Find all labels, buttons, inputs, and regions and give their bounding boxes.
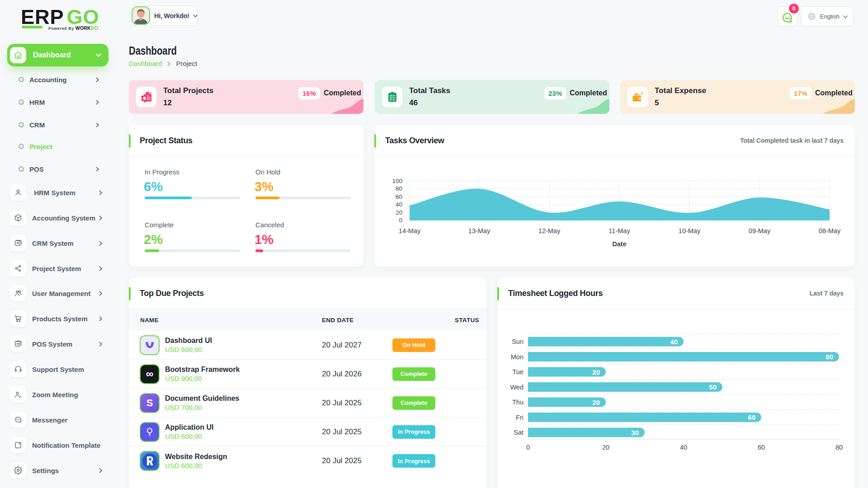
svg-text:12-May: 12-May xyxy=(538,227,561,235)
svg-text:20: 20 xyxy=(396,209,402,216)
svg-text:20: 20 xyxy=(592,368,600,376)
svg-text:80: 80 xyxy=(826,353,833,361)
svg-text:40: 40 xyxy=(670,338,678,346)
svg-text:0: 0 xyxy=(399,217,402,224)
svg-text:10-May: 10-May xyxy=(679,227,701,235)
svg-text:Sun: Sun xyxy=(512,338,524,345)
svg-text:Sat: Sat xyxy=(514,429,524,436)
svg-text:Tue: Tue xyxy=(513,368,524,375)
svg-text:20: 20 xyxy=(592,399,600,406)
svg-text:60: 60 xyxy=(758,444,765,451)
svg-text:08-May: 08-May xyxy=(819,227,841,235)
svg-text:11-May: 11-May xyxy=(609,227,630,235)
svg-text:Thu: Thu xyxy=(512,399,524,406)
svg-text:60: 60 xyxy=(396,193,402,200)
svg-text:13-May: 13-May xyxy=(468,227,491,235)
svg-text:14-May: 14-May xyxy=(399,227,421,235)
svg-text:80: 80 xyxy=(835,444,843,451)
svg-text:80: 80 xyxy=(396,185,402,192)
svg-text:100: 100 xyxy=(392,178,402,184)
svg-text:40: 40 xyxy=(680,444,687,451)
svg-text:30: 30 xyxy=(631,429,639,436)
svg-text:09-May: 09-May xyxy=(749,227,771,235)
svg-text:Mon: Mon xyxy=(511,353,524,361)
svg-text:60: 60 xyxy=(748,413,755,421)
svg-text:0: 0 xyxy=(526,444,530,451)
svg-text:Wed: Wed xyxy=(510,384,524,391)
svg-text:Fri: Fri xyxy=(516,414,524,421)
svg-text:50: 50 xyxy=(709,383,717,391)
svg-text:20: 20 xyxy=(602,444,609,451)
svg-text:40: 40 xyxy=(396,201,402,208)
svg-text:Date: Date xyxy=(612,240,626,248)
